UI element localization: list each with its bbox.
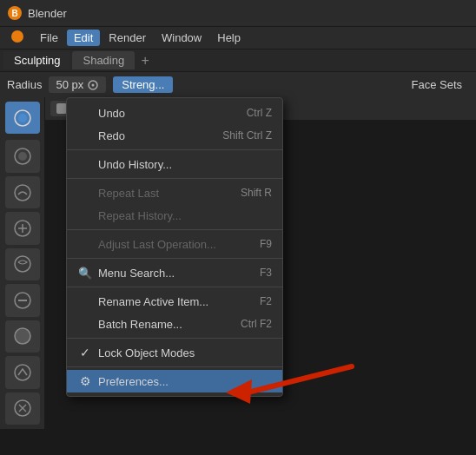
svg-point-14 <box>15 328 30 344</box>
menu-file[interactable]: File <box>33 30 65 46</box>
rename-label: Rename Active Item... <box>98 295 249 308</box>
separator-3 <box>67 229 282 230</box>
gear-icon: ⚙ <box>77 373 93 389</box>
svg-point-9 <box>15 185 30 201</box>
tool-clay[interactable] <box>5 140 40 172</box>
menu-entry-batch-rename[interactable]: Batch Rename... Ctrl F2 <box>67 313 282 335</box>
radius-label: Radius <box>7 78 42 91</box>
menu-entry-preferences[interactable]: ⚙ Preferences... <box>67 370 282 392</box>
svg-point-15 <box>15 365 30 380</box>
tab-sculpting[interactable]: Sculpting <box>3 51 70 69</box>
blender-logo-icon: B <box>7 5 23 21</box>
tool-scrape[interactable] <box>5 356 40 388</box>
redo-shortcut: Shift Ctrl Z <box>222 129 272 142</box>
menu-entry-rename[interactable]: Rename Active Item... F2 <box>67 290 282 313</box>
batch-rename-icon-space <box>77 316 93 332</box>
grab-icon <box>12 218 33 239</box>
tool-snake[interactable] <box>5 248 40 280</box>
undo-shortcut: Ctrl Z <box>247 107 272 119</box>
strength-button[interactable]: Streng... <box>113 76 173 93</box>
title-bar: B Blender <box>0 0 476 26</box>
repeat-last-label: Repeat Last <box>98 187 230 200</box>
left-toolbar <box>0 97 45 429</box>
separator-7 <box>67 366 282 367</box>
undo-icon-space <box>77 105 93 121</box>
undo-history-label: Undo History... <box>98 158 272 171</box>
add-workspace-button[interactable]: + <box>136 52 154 69</box>
pinch-icon <box>12 398 33 419</box>
separator-4 <box>67 258 282 259</box>
separator-1 <box>67 149 282 150</box>
separator-2 <box>67 178 282 179</box>
adjust-last-label: Adjust Last Operation... <box>98 238 249 251</box>
svg-point-4 <box>92 83 95 86</box>
tool-flatten[interactable] <box>5 284 40 316</box>
draw-icon <box>12 108 33 129</box>
fill-icon <box>12 326 33 346</box>
radius-value-field[interactable]: 50 px <box>49 76 106 93</box>
edit-dropdown-menu: Undo Ctrl Z Redo Shift Ctrl Z Undo Histo… <box>66 97 283 397</box>
separator-5 <box>67 287 282 287</box>
tool-pinch[interactable] <box>5 392 40 425</box>
batch-rename-label: Batch Rename... <box>98 318 230 331</box>
menu-window[interactable]: Window <box>155 30 208 46</box>
search-label: Menu Search... <box>98 267 249 280</box>
flatten-icon <box>12 290 33 311</box>
redo-label: Redo <box>98 129 212 142</box>
adjust-last-shortcut: F9 <box>260 238 272 250</box>
workspace-tabs: Sculpting Shading + <box>0 49 476 71</box>
menu-edit[interactable]: Edit <box>67 30 100 46</box>
tab-shading[interactable]: Shading <box>72 51 135 69</box>
svg-point-6 <box>18 114 27 122</box>
svg-point-8 <box>18 152 27 161</box>
app-title: Blender <box>28 7 67 20</box>
menu-entry-redo[interactable]: Redo Shift Ctrl Z <box>67 124 282 147</box>
radius-number: 50 px <box>56 78 83 91</box>
menu-help[interactable]: Help <box>210 30 248 46</box>
menu-entry-adjust-last[interactable]: Adjust Last Operation... F9 <box>67 233 282 255</box>
menu-entry-undo[interactable]: Undo Ctrl Z <box>67 102 282 124</box>
separator-6 <box>67 338 282 339</box>
scrape-icon <box>12 362 33 383</box>
main-area: Sculpt Undo Ctrl Z Redo Shift Ctrl Z Und… <box>0 97 476 429</box>
batch-rename-shortcut: Ctrl F2 <box>241 318 272 330</box>
sculpt-toolbar: Radius 50 px Streng... Face Sets <box>0 71 476 97</box>
repeat-history-label: Repeat History... <box>98 209 272 222</box>
tool-grab[interactable] <box>5 212 40 244</box>
blender-small-icon <box>10 30 24 43</box>
adjust-last-icon-space <box>77 236 93 252</box>
redo-icon-space <box>77 128 93 143</box>
menu-bar: File Edit Render Window Help <box>0 26 476 49</box>
face-sets-button[interactable]: Face Sets <box>404 76 469 93</box>
undo-label: Undo <box>98 107 236 120</box>
clay-icon <box>12 146 33 167</box>
snake-icon <box>12 254 33 274</box>
smooth-icon <box>12 182 33 203</box>
undo-history-icon-space <box>77 156 93 172</box>
svg-text:B: B <box>11 9 17 18</box>
menu-render[interactable]: Render <box>102 30 153 46</box>
rename-shortcut: F2 <box>260 295 272 307</box>
tool-draw[interactable] <box>5 102 40 134</box>
search-icon: 🔍 <box>77 265 93 280</box>
svg-point-2 <box>11 30 23 43</box>
menu-entry-lock-modes[interactable]: ✓ Lock Object Modes <box>67 341 282 364</box>
rename-icon-space <box>77 293 93 309</box>
menu-entry-repeat-history[interactable]: Repeat History... <box>67 204 282 227</box>
tool-fill[interactable] <box>5 320 40 353</box>
preferences-label: Preferences... <box>98 375 272 388</box>
checkmark-icon: ✓ <box>77 345 93 360</box>
menu-entry-repeat-last[interactable]: Repeat Last Shift R <box>67 181 282 204</box>
menu-info-icon[interactable] <box>3 28 31 48</box>
radius-icon <box>87 79 99 91</box>
repeat-last-icon-space <box>77 185 93 201</box>
lock-modes-label: Lock Object Modes <box>98 346 272 359</box>
menu-entry-search[interactable]: 🔍 Menu Search... F3 <box>67 261 282 284</box>
repeat-history-icon-space <box>77 208 93 223</box>
tool-smooth[interactable] <box>5 176 40 208</box>
menu-entry-undo-history[interactable]: Undo History... <box>67 153 282 175</box>
search-shortcut: F3 <box>260 267 272 279</box>
repeat-last-shortcut: Shift R <box>241 187 272 199</box>
